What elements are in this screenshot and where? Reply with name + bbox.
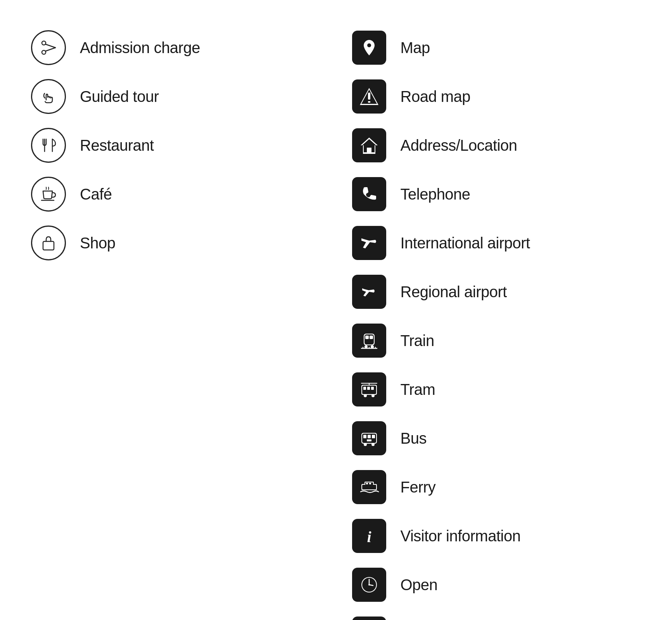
legend-item-shop: Shop	[31, 219, 321, 267]
international-airport-label: International airport	[401, 234, 530, 252]
road-map-icon	[352, 79, 387, 114]
svg-point-32	[371, 394, 375, 397]
bus-label: Bus	[401, 430, 427, 447]
telephone-icon	[352, 177, 387, 212]
admission-charge-icon	[31, 30, 66, 65]
international-airport-icon	[352, 226, 387, 260]
legend-item-cafe: Café	[31, 170, 321, 219]
svg-rect-44	[362, 485, 376, 489]
closed-icon	[352, 616, 387, 620]
legend-item-tram: Tram	[352, 365, 641, 414]
svg-rect-19	[370, 336, 373, 339]
legend-item-guided-tour: Guided tour	[31, 72, 321, 121]
svg-point-41	[371, 443, 375, 446]
legend-item-bus: Bus	[352, 414, 641, 463]
cafe-icon	[31, 177, 66, 212]
svg-rect-39	[372, 435, 375, 438]
legend-item-map: Map	[352, 23, 641, 72]
svg-rect-47	[366, 483, 368, 484]
bus-icon	[352, 421, 387, 456]
legend-item-international-airport: International airport	[352, 219, 641, 267]
svg-rect-18	[365, 336, 369, 339]
svg-line-2	[45, 44, 55, 48]
visitor-information-icon: i	[352, 518, 387, 553]
tram-icon	[352, 372, 387, 407]
road-map-label: Road map	[401, 88, 471, 105]
svg-rect-30	[371, 387, 374, 390]
svg-rect-11	[368, 93, 370, 100]
guided-tour-icon	[31, 79, 66, 114]
left-column: Admission charge Guided tour	[31, 23, 321, 620]
admission-charge-label: Admission charge	[80, 39, 200, 57]
legend-item-train: Train	[352, 316, 641, 365]
svg-point-8	[367, 43, 371, 47]
legend-item-regional-airport: Regional airport	[352, 267, 641, 316]
svg-rect-29	[367, 387, 370, 390]
ferry-label: Ferry	[401, 479, 436, 496]
regional-airport-icon	[352, 274, 387, 309]
legend-item-telephone: Telephone	[352, 170, 641, 219]
guided-tour-label: Guided tour	[80, 88, 159, 105]
cafe-label: Café	[80, 186, 112, 203]
svg-rect-38	[368, 435, 371, 438]
legend-item-address-location: Address/Location	[352, 121, 641, 170]
svg-point-31	[364, 394, 367, 397]
map-icon	[352, 30, 387, 65]
tram-label: Tram	[401, 381, 435, 398]
open-icon	[352, 567, 387, 602]
legend-item-visitor-information: i Visitor information	[352, 512, 641, 560]
svg-rect-37	[363, 435, 366, 438]
legend-item-admission-charge: Admission charge	[31, 23, 321, 72]
legend-item-ferry: Ferry	[352, 463, 641, 512]
svg-rect-15	[367, 148, 371, 152]
address-location-label: Address/Location	[401, 137, 517, 154]
legend-grid: Admission charge Guided tour	[31, 23, 641, 620]
svg-point-40	[364, 443, 367, 446]
svg-rect-7	[43, 241, 54, 250]
svg-rect-28	[363, 387, 366, 390]
legend-item-restaurant: Restaurant	[31, 121, 321, 170]
regional-airport-label: Regional airport	[401, 283, 507, 301]
train-icon	[352, 323, 387, 358]
train-label: Train	[401, 332, 434, 350]
telephone-label: Telephone	[401, 186, 470, 203]
svg-text:i: i	[367, 528, 371, 546]
svg-rect-12	[368, 101, 370, 103]
legend-item-open: Open	[352, 560, 641, 609]
restaurant-icon	[31, 128, 66, 163]
visitor-information-label: Visitor information	[401, 527, 521, 545]
restaurant-label: Restaurant	[80, 137, 154, 154]
open-label: Open	[401, 576, 438, 594]
map-label: Map	[401, 39, 430, 57]
svg-rect-42	[367, 439, 371, 441]
right-column: Map Road map	[352, 23, 641, 620]
shop-label: Shop	[80, 234, 115, 252]
address-location-icon	[352, 128, 387, 163]
svg-line-3	[45, 48, 55, 51]
legend-item-closed: Closed	[352, 609, 641, 620]
legend-item-road-map: Road map	[352, 72, 641, 121]
shop-icon	[31, 226, 66, 260]
ferry-icon	[352, 470, 387, 505]
svg-rect-48	[369, 483, 371, 484]
